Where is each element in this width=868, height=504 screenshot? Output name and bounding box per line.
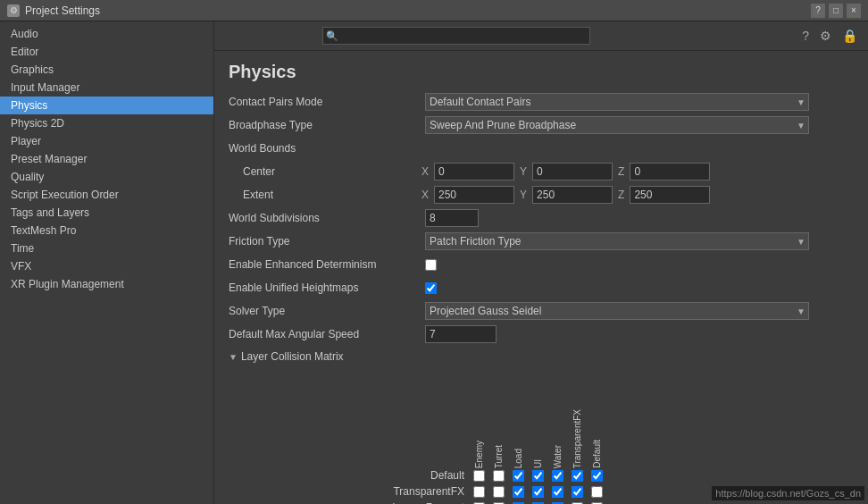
matrix-checkbox-1-6[interactable]	[591, 486, 603, 498]
matrix-checkbox-1-5[interactable]	[572, 486, 583, 498]
matrix-checkbox-1-2[interactable]	[513, 486, 524, 498]
default-max-angular-speed-row: Default Max Angular Speed	[229, 325, 854, 343]
help-button[interactable]: ?	[811, 4, 825, 18]
physics-title: Physics	[229, 62, 854, 82]
settings-icon-button[interactable]: ⚙	[816, 27, 835, 45]
col-header-0: Enemy	[470, 370, 488, 468]
sidebar-item-tags-and-layers[interactable]: Tags and Layers	[0, 204, 213, 222]
enable-unified-heightmaps-row: Enable Unified Heightmaps	[229, 279, 854, 297]
matrix-cell-0-1	[489, 468, 507, 483]
lock-icon-button[interactable]: 🔒	[839, 27, 861, 45]
center-x-label: X	[421, 165, 429, 178]
contact-pairs-mode-value: Default Contact Pairs ▼	[425, 93, 854, 111]
maximize-button[interactable]: □	[829, 4, 843, 18]
search-icon: 🔍	[326, 30, 338, 42]
contact-pairs-mode-label: Contact Pairs Mode	[229, 96, 425, 108]
center-label: Center	[243, 165, 421, 178]
center-x-input[interactable]	[434, 163, 514, 181]
world-subdivisions-input[interactable]	[425, 209, 479, 227]
matrix-cell-2-3	[529, 500, 547, 504]
search-input[interactable]	[322, 27, 590, 45]
enable-enhanced-determinism-checkbox[interactable]	[425, 259, 437, 271]
layer-collision-matrix-label: Layer Collision Matrix	[241, 350, 344, 363]
layer-collision-matrix-section: ▼ Layer Collision Matrix	[229, 350, 854, 363]
matrix-checkbox-0-4[interactable]	[552, 470, 563, 482]
matrix-cell-2-4	[548, 500, 566, 504]
broadphase-type-row: Broadphase Type Sweep And Prune Broadpha…	[229, 116, 854, 134]
center-z-label: Z	[618, 165, 624, 178]
extent-y-input[interactable]	[532, 186, 613, 204]
world-subdivisions-label: World Subdivisions	[229, 212, 425, 224]
matrix-row-0: Default	[229, 468, 854, 483]
sidebar-item-physics-2d[interactable]: Physics 2D	[0, 114, 213, 132]
col-header-1: Turret	[489, 370, 507, 468]
sidebar-item-audio[interactable]: Audio	[0, 25, 213, 43]
matrix-checkbox-1-0[interactable]	[473, 486, 485, 498]
sidebar-item-xr-plugin-management[interactable]: XR Plugin Management	[0, 275, 213, 293]
extent-z-input[interactable]	[630, 186, 710, 204]
close-button[interactable]: ×	[847, 4, 861, 18]
enable-unified-heightmaps-label: Enable Unified Heightmaps	[229, 281, 425, 294]
friction-type-row: Friction Type Patch Friction Type ▼	[229, 232, 854, 250]
sidebar-item-script-execution-order[interactable]: Script Execution Order	[0, 186, 213, 204]
solver-type-value: Projected Gauss Seidel ▼	[425, 302, 854, 320]
broadphase-type-select[interactable]: Sweep And Prune Broadphase	[425, 116, 809, 134]
sidebar-item-physics[interactable]: Physics	[0, 97, 213, 114]
sidebar-item-preset-manager[interactable]: Preset Manager	[0, 150, 213, 168]
matrix-cell-2-2	[509, 500, 527, 504]
extent-z-label: Z	[618, 189, 624, 201]
watermark: https://blog.csdn.net/Gozs_cs_dn	[712, 486, 864, 500]
solver-type-select[interactable]: Projected Gauss Seidel	[425, 302, 809, 320]
matrix-checkbox-0-3[interactable]	[532, 470, 544, 482]
matrix-cell-1-2	[509, 484, 527, 499]
search-bar: 🔍	[322, 27, 590, 45]
matrix-cell-2-0	[470, 500, 488, 504]
sidebar-item-input-manager[interactable]: Input Manager	[0, 79, 213, 97]
matrix-checkbox-0-2[interactable]	[513, 470, 524, 482]
matrix-checkbox-0-1[interactable]	[493, 470, 505, 482]
matrix-checkbox-1-3[interactable]	[532, 486, 544, 498]
sidebar-item-player[interactable]: Player	[0, 132, 213, 150]
col-header-5: TransparentFX	[568, 370, 586, 468]
matrix-cell-1-6	[588, 484, 605, 499]
broadphase-type-label: Broadphase Type	[229, 119, 425, 131]
center-z-input[interactable]	[630, 163, 710, 181]
enable-unified-heightmaps-checkbox[interactable]	[425, 282, 437, 294]
world-subdivisions-value	[425, 209, 854, 227]
world-bounds-label: World Bounds	[229, 142, 425, 155]
center-y-input[interactable]	[532, 163, 613, 181]
matrix-checkbox-0-6[interactable]	[591, 470, 603, 482]
matrix-checkbox-0-0[interactable]	[473, 470, 485, 482]
friction-type-dropdown-wrapper: Patch Friction Type ▼	[425, 232, 809, 250]
sidebar-item-quality[interactable]: Quality	[0, 168, 213, 186]
matrix-cell-2-5	[568, 500, 586, 504]
sidebar-item-textmesh-pro[interactable]: TextMesh Pro	[0, 222, 213, 239]
contact-pairs-mode-dropdown-wrapper: Default Contact Pairs ▼	[425, 93, 809, 111]
extent-x-input[interactable]	[434, 186, 514, 204]
friction-type-select[interactable]: Patch Friction Type	[425, 232, 809, 250]
matrix-cell-0-4	[548, 468, 566, 483]
matrix-row-label-1: TransparentFX	[229, 485, 470, 498]
contact-pairs-mode-select[interactable]: Default Contact Pairs	[425, 93, 809, 111]
col-header-2: Load	[509, 370, 527, 468]
extent-xyz: X Y Z	[421, 186, 854, 204]
enable-enhanced-determinism-value	[425, 259, 854, 271]
default-max-angular-speed-input[interactable]	[425, 325, 497, 343]
sidebar-item-graphics[interactable]: Graphics	[0, 61, 213, 79]
friction-type-label: Friction Type	[229, 235, 425, 248]
matrix-checkbox-0-5[interactable]	[572, 470, 583, 482]
center-xyz: X Y Z	[421, 163, 854, 181]
sidebar-item-time[interactable]: Time	[0, 239, 213, 257]
matrix-checkbox-1-1[interactable]	[493, 486, 505, 498]
help-icon-button[interactable]: ?	[798, 27, 813, 45]
matrix-checkbox-1-4[interactable]	[552, 486, 563, 498]
extent-y-label: Y	[520, 189, 527, 201]
sidebar-item-vfx[interactable]: VFX	[0, 257, 213, 275]
extent-row: Extent X Y Z	[229, 186, 854, 204]
matrix-cell-1-3	[529, 484, 547, 499]
layer-collision-matrix: EnemyTurretLoadUIWaterTransparentFXDefau…	[229, 370, 854, 504]
sidebar-item-editor[interactable]: Editor	[0, 43, 213, 61]
matrix-cell-0-2	[509, 468, 527, 483]
matrix-cell-2-1	[489, 500, 507, 504]
enable-unified-heightmaps-value	[425, 282, 854, 294]
